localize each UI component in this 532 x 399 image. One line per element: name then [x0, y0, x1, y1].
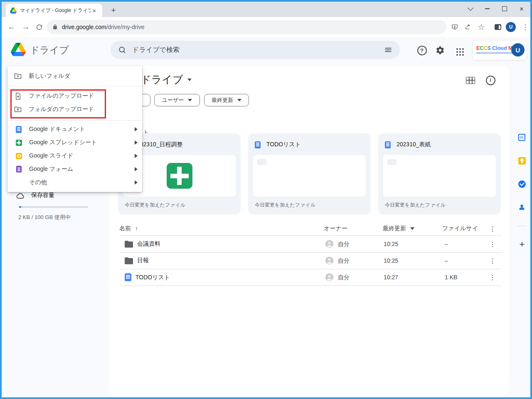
details-button[interactable]: i: [485, 75, 496, 85]
sheets-logo-thumbnail: [167, 163, 192, 189]
menu-item-more[interactable]: その他: [7, 176, 142, 189]
keep-app-button[interactable]: [518, 157, 526, 165]
card-caption: 今日変更を加えたファイル: [385, 202, 446, 209]
suggested-card[interactable]: TODOリスト 今日変更を加えたファイル: [248, 133, 371, 214]
submenu-arrow-icon: [135, 180, 138, 185]
settings-button[interactable]: [435, 45, 446, 56]
drive-logo[interactable]: [11, 43, 26, 56]
row-more-button[interactable]: ⋮: [489, 273, 496, 281]
row-size-cell: –: [445, 241, 448, 247]
submenu-arrow-icon: [135, 127, 138, 131]
search-placeholder: ドライブで検索: [132, 46, 384, 54]
table-row[interactable]: TODOリスト 自分 10:27 1 KB ⋮: [119, 269, 502, 286]
side-panel-button[interactable]: [493, 22, 503, 32]
column-more-icon[interactable]: ⋮: [489, 225, 496, 233]
forms-icon: [16, 166, 22, 172]
docs-icon: [125, 273, 131, 281]
menu-divider: [7, 86, 142, 86]
reload-button[interactable]: [34, 22, 44, 32]
menu-item-file-upload[interactable]: ファイルのアップロード: [7, 89, 142, 103]
sheets-icon: [16, 140, 22, 146]
storage-progress-fill: [19, 206, 21, 208]
contacts-app-button[interactable]: [518, 203, 526, 211]
column-modified[interactable]: 最終更新: [383, 225, 414, 232]
drive-favicon: [10, 7, 17, 14]
storage-usage-text: 2 KB / 100 GB 使用中: [18, 214, 71, 221]
submenu-arrow-icon: [135, 140, 138, 145]
get-addons-button[interactable]: +: [517, 239, 527, 249]
row-more-button[interactable]: ⋮: [489, 257, 496, 265]
drive-header: ドライブ ドライブで検索 ? ECCS Cloud Mail U: [2, 37, 530, 64]
row-name-cell: 日報: [125, 257, 149, 264]
maximize-button[interactable]: [502, 6, 507, 11]
search-input[interactable]: ドライブで検索: [111, 41, 400, 59]
file-upload-icon: [14, 92, 22, 100]
row-owner-cell: 自分: [325, 273, 350, 282]
tab-title: マイドライブ - Google ドライブ: [20, 7, 91, 14]
search-icon: [118, 46, 126, 54]
menu-item-google-sheets[interactable]: Google スプレッドシート: [7, 136, 142, 149]
menu-item-new-folder[interactable]: 新しいフォルダ: [7, 66, 142, 86]
url-domain: drive.google.com: [62, 24, 106, 30]
grid-view-toggle[interactable]: [465, 75, 476, 85]
filter-chip-modified[interactable]: 最終更新: [204, 94, 249, 106]
sidebar-item-storage[interactable]: 保存容量: [15, 192, 54, 199]
chip-caret-icon: [237, 99, 241, 101]
forward-button[interactable]: →: [21, 22, 31, 32]
drive-profile-avatar[interactable]: U: [511, 43, 525, 57]
tasks-app-button[interactable]: [518, 180, 526, 188]
docs-icon: [385, 141, 391, 148]
apps-grid-button[interactable]: [453, 45, 464, 56]
docs-icon: [255, 141, 261, 148]
owner-avatar: [325, 240, 334, 249]
row-modified-cell: 10:25: [384, 257, 398, 264]
search-options-icon[interactable]: [384, 46, 392, 54]
share-button[interactable]: [463, 22, 473, 32]
keep-icon: [518, 157, 526, 165]
browser-profile-avatar[interactable]: U: [506, 22, 516, 32]
window-controls: ×: [468, 2, 528, 16]
menu-item-folder-upload[interactable]: フォルダのアップロード: [7, 103, 142, 116]
support-button[interactable]: ?: [416, 45, 427, 56]
account-badge[interactable]: ECCS Cloud Mail U: [472, 40, 527, 60]
table-row[interactable]: 日報 自分 10:25 – ⋮: [119, 252, 502, 269]
apps-grid-icon: [456, 48, 458, 50]
row-more-button[interactable]: ⋮: [489, 240, 496, 248]
suggested-card[interactable]: 202310_表紙 今日変更を加えたファイル: [378, 133, 501, 214]
browser-tab[interactable]: マイドライブ - Google ドライブ ×: [6, 4, 102, 17]
install-app-button[interactable]: [450, 22, 460, 32]
gear-icon: [436, 46, 445, 55]
card-caption: 今日変更を加えたファイル: [125, 202, 185, 209]
row-owner-cell: 自分: [325, 256, 350, 265]
submenu-arrow-icon: [135, 154, 138, 158]
slides-icon: [16, 153, 22, 159]
filter-chip-people[interactable]: ユーザー: [154, 94, 200, 106]
app-name: ドライブ: [30, 44, 69, 57]
minimize-button[interactable]: [485, 8, 490, 9]
address-bar[interactable]: drive.google.com/drive/my-drive: [47, 20, 446, 34]
url-path: /drive/my-drive: [106, 24, 145, 30]
new-menu: 新しいフォルダ ファイルのアップロード フォルダのアップロード Google ド…: [7, 66, 142, 192]
column-owner[interactable]: オーナー: [324, 225, 347, 232]
back-button[interactable]: ←: [7, 22, 17, 32]
column-size[interactable]: ファイルサイ: [442, 225, 478, 232]
new-tab-button[interactable]: +: [108, 5, 119, 16]
window-close-button[interactable]: ×: [520, 5, 524, 12]
bookmark-star-button[interactable]: ☆: [476, 22, 486, 32]
menu-item-google-docs[interactable]: Google ドキュメント: [7, 123, 142, 136]
menu-item-google-slides[interactable]: Google スライド: [7, 149, 142, 163]
tab-search-icon[interactable]: [468, 5, 473, 11]
browser-menu-button[interactable]: ⋮: [520, 22, 530, 32]
column-name[interactable]: 名前↑: [119, 225, 138, 232]
row-size-cell: –: [445, 257, 448, 264]
row-size-cell: 1 KB: [445, 274, 457, 281]
install-icon: [451, 24, 458, 30]
folder-icon: [125, 257, 133, 264]
table-row[interactable]: 会議資料 自分 10:25 – ⋮: [119, 236, 502, 253]
reload-icon: [36, 24, 43, 31]
menu-item-google-forms[interactable]: Google フォーム: [7, 163, 142, 176]
share-icon: [464, 24, 472, 30]
calendar-app-button[interactable]: 31: [518, 133, 526, 141]
tab-close-icon[interactable]: ×: [91, 7, 98, 14]
row-owner-cell: 自分: [325, 240, 350, 249]
